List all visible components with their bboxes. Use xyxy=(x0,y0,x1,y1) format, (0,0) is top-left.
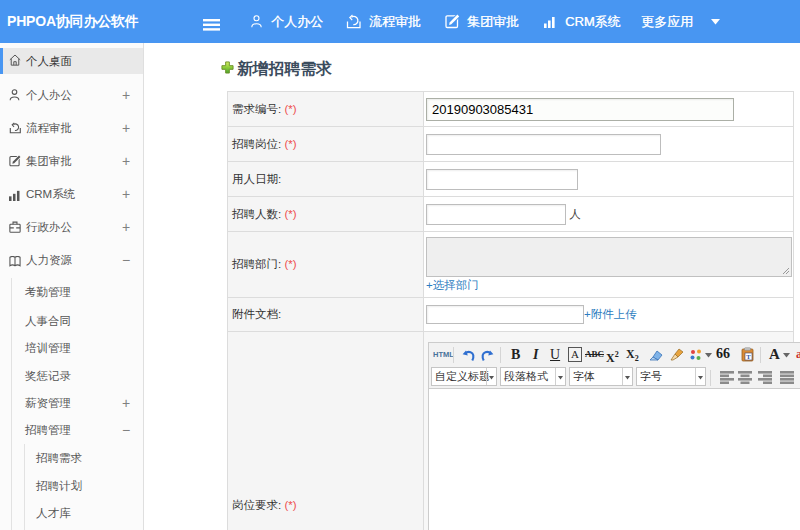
svg-text:T: T xyxy=(746,353,751,360)
